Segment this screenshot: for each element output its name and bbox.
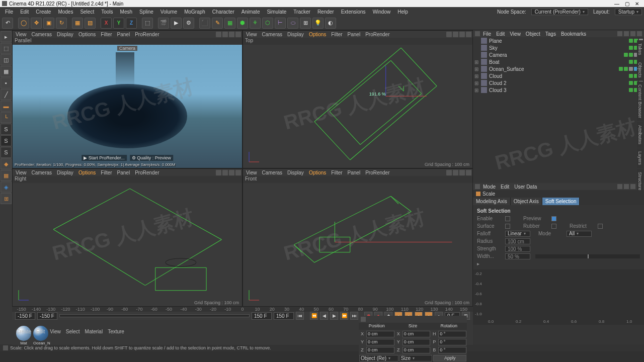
render-view-icon[interactable]: ▶ <box>171 18 182 29</box>
goto-start-button[interactable]: ⏮ <box>296 312 304 320</box>
enable-axis-icon[interactable]: S <box>1 124 12 135</box>
apply-button[interactable]: Apply <box>433 355 466 361</box>
mat-menu-view[interactable]: View <box>48 329 63 336</box>
polygon-mode-icon[interactable]: ▬ <box>1 101 12 112</box>
quality-preview-button[interactable]: ⚙ Quality : Preview <box>130 155 173 161</box>
up-icon[interactable] <box>630 184 635 189</box>
object-row[interactable]: Sky <box>473 44 644 51</box>
object-row[interactable]: ⊞Cloud 2 <box>473 79 644 86</box>
enable-snap-icon[interactable]: ◆ <box>1 158 12 169</box>
menu-file[interactable]: File <box>2 9 16 15</box>
surface-checkbox[interactable] <box>505 224 510 229</box>
mode-dropdown[interactable]: All <box>567 231 592 237</box>
menu-render[interactable]: Render <box>314 9 337 15</box>
falloff-dropdown[interactable]: Linear <box>505 231 530 237</box>
menu-simulate[interactable]: Simulate <box>264 9 289 15</box>
strength-input[interactable]: 100 % <box>505 246 530 252</box>
tab-object-axis[interactable]: Object Axis <box>511 198 542 205</box>
back-icon[interactable] <box>617 184 622 189</box>
tag-icon[interactable]: ⬭ <box>287 18 298 29</box>
timeline-end2[interactable]: 150 F <box>274 312 294 320</box>
edge-mode-icon[interactable]: ╱ <box>1 89 12 100</box>
object-row[interactable]: Camera <box>473 51 644 58</box>
path-icon[interactable] <box>630 31 635 36</box>
locked-tool-icon[interactable]: ▧ <box>85 18 96 29</box>
snap-icon[interactable]: S <box>1 147 12 158</box>
tab-structure[interactable]: Structure <box>637 169 643 194</box>
layout-dropdown[interactable]: Startup <box>615 9 642 15</box>
menu-edit[interactable]: Edit <box>17 9 32 15</box>
texture-mode-icon[interactable]: ◫ <box>1 54 12 65</box>
falloff-graph[interactable]: -0.2 -0.4 -0.6 -0.8 -1.0 0.0 0.2 0.4 0.6… <box>473 269 644 325</box>
hamburger-icon[interactable] <box>361 317 366 322</box>
filter-icon[interactable] <box>624 31 629 36</box>
tab-modeling-axis[interactable]: Modeling Axis <box>473 198 511 205</box>
quantize-icon[interactable]: ◈ <box>1 182 12 193</box>
rotate-tool-icon[interactable]: ↻ <box>56 18 67 29</box>
tab-content-browser[interactable]: Content Browser <box>637 81 643 121</box>
preview-checkbox[interactable] <box>551 216 556 221</box>
scale-tool-icon[interactable]: ▣ <box>43 18 54 29</box>
object-tree[interactable]: PlaneSkyCamera⊞Boat⊞Ocean_Surface⊞Cloud⊞… <box>473 37 644 183</box>
light-icon[interactable]: 💡 <box>312 18 324 29</box>
workplane-snap-icon[interactable]: ▦ <box>1 170 12 181</box>
rubber-checkbox[interactable] <box>551 224 556 229</box>
primitive-icon[interactable]: ⬛ <box>199 18 210 29</box>
start-prorender-button[interactable]: ▶ Start ProRender... <box>82 155 127 161</box>
mat-menu-select[interactable]: Select <box>64 329 82 336</box>
object-row[interactable]: ⊞Cloud <box>473 72 644 79</box>
object-row[interactable]: ⊞Ocean_Surface <box>473 65 644 72</box>
mat-menu-texture[interactable]: Texture <box>106 329 126 336</box>
close-button[interactable]: ✕ <box>632 1 642 7</box>
object-mode-dropdown[interactable]: Object (Re) <box>359 355 398 361</box>
make-editable-icon[interactable]: ▸ <box>1 31 12 42</box>
next-key-button[interactable]: ⏩ <box>340 312 348 320</box>
menu-select[interactable]: Select <box>77 9 97 15</box>
menu-help[interactable]: Help <box>394 9 411 15</box>
viewport-parallel[interactable]: ViewCamerasDisplayOptionsFilterPanelProR… <box>13 31 242 168</box>
viewport-front[interactable]: ViewCamerasDisplayOptionsFilterPanelProR… <box>243 169 472 306</box>
environment-icon[interactable]: ⚘ <box>250 18 261 29</box>
viewport-right[interactable]: ViewCamerasDisplayOptionsFilterPanelProR… <box>13 169 242 306</box>
recent-tool-icon[interactable]: ▦ <box>72 18 83 29</box>
deformer-icon[interactable]: ⬢ <box>237 18 248 29</box>
hamburger-icon[interactable] <box>475 31 480 36</box>
y-axis-button[interactable]: Y <box>113 18 124 29</box>
menu-mesh[interactable]: Mesh <box>117 9 135 15</box>
width-input[interactable]: 50 % <box>505 253 530 259</box>
node-space-dropdown[interactable]: Current (ProRender) <box>531 9 588 15</box>
timeline-end[interactable]: 150 F <box>252 312 272 320</box>
bulb-icon[interactable]: ◐ <box>325 18 336 29</box>
mograph-icon[interactable]: ⬡ <box>262 18 273 29</box>
restrict-checkbox[interactable] <box>598 224 603 229</box>
mat-menu-material[interactable]: Material <box>83 329 105 336</box>
tab-layers[interactable]: Layers <box>637 148 643 168</box>
camera-icon[interactable]: ⊞ <box>300 18 311 29</box>
coord-system-icon[interactable]: ⬚ <box>142 18 153 29</box>
workplane-icon[interactable]: ▦ <box>1 66 12 77</box>
play-button[interactable]: ▶ <box>330 312 338 320</box>
spline-icon[interactable]: ✎ <box>212 18 223 29</box>
menu-character[interactable]: Character <box>209 9 237 15</box>
axis-mode-icon[interactable]: └ <box>1 112 12 123</box>
selection-tool-icon[interactable]: ◯ <box>18 18 29 29</box>
undo-icon[interactable]: ↶ <box>2 18 13 29</box>
radius-input[interactable]: 100 cm <box>505 238 530 244</box>
locked-workplane-icon[interactable]: ⊞ <box>1 193 12 204</box>
menu-create[interactable]: Create <box>33 9 54 15</box>
prev-key-button[interactable]: ⏪ <box>310 312 318 320</box>
mat-menu-create[interactable]: Create <box>14 329 33 336</box>
menu-volume[interactable]: Volume <box>157 9 180 15</box>
minimize-button[interactable]: — <box>612 1 622 7</box>
menu-extensions[interactable]: Extensions <box>338 9 369 15</box>
menu-window[interactable]: Window <box>370 9 394 15</box>
timeline-ruler[interactable]: -150-140-130-120-110-100-90-80-70-60-50-… <box>12 307 473 312</box>
tab-soft-selection[interactable]: Soft Selection <box>542 198 580 205</box>
menu-tracker[interactable]: Tracker <box>290 9 313 15</box>
z-axis-button[interactable]: Z <box>126 18 137 29</box>
generator-icon[interactable]: ▦ <box>224 18 235 29</box>
object-row[interactable]: ⊞Cloud 3 <box>473 86 644 94</box>
tab-objects[interactable]: Objects <box>637 59 643 81</box>
mat-menu-edit[interactable]: Edit <box>34 329 47 336</box>
render-settings-icon[interactable]: 🎬 <box>158 18 169 29</box>
